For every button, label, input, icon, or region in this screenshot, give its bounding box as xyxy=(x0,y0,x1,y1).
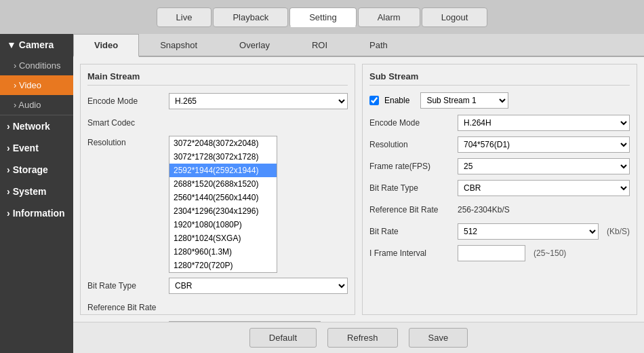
bottom-bar: Default Refresh Save xyxy=(73,322,644,353)
bit-rate-type-select[interactable]: CBR VBR xyxy=(169,278,348,294)
sub-i-frame-interval-label: I Frame Interval xyxy=(369,248,458,258)
arrow-right-icon-net: › xyxy=(7,121,10,132)
content-body: Main Stream Encode Mode H.265 H.264 H.26… xyxy=(73,57,644,322)
default-button[interactable]: Default xyxy=(249,328,317,348)
sub-stream-enable-checkbox[interactable] xyxy=(369,96,379,105)
sub-reference-bit-rate-row: Reference Bit Rate 256-2304Kb/S xyxy=(369,201,630,219)
main-layout: ▼ Camera › Conditions › Video › Audio › … xyxy=(0,34,644,353)
resolution-control: 3072*2048(3072x2048) 3072*1728(3072x1728… xyxy=(169,136,348,273)
sidebar-section-information[interactable]: › Information xyxy=(0,202,73,224)
arrow-right-icon-2: › xyxy=(14,80,16,90)
main-stream-panel: Main Stream Encode Mode H.265 H.264 H.26… xyxy=(80,64,355,315)
res-option-5[interactable]: 2560*1440(2560x1440) xyxy=(169,191,277,204)
sidebar-system-label: System xyxy=(13,186,47,197)
nav-live[interactable]: Live xyxy=(157,7,212,27)
sidebar-section-label: Camera xyxy=(19,39,54,50)
save-button[interactable]: Save xyxy=(409,328,468,348)
sidebar-event-label: Event xyxy=(13,143,39,153)
bit-rate-type-label: Bit Rate Type xyxy=(87,281,169,291)
sidebar-section-event[interactable]: › Event xyxy=(0,137,73,159)
res-option-8[interactable]: 1280*1024(SXGA) xyxy=(169,231,277,245)
sub-i-frame-interval-row: I Frame Interval 50 (25~150) xyxy=(369,244,630,262)
arrow-right-icon-sto: › xyxy=(7,164,10,175)
top-navigation: Live Playback Setting Alarm Logout xyxy=(0,0,644,34)
tab-bar: Video Snapshot Overlay ROI Path xyxy=(73,34,644,57)
sidebar-section-storage[interactable]: › Storage xyxy=(0,159,73,181)
sidebar-item-conditions[interactable]: › Conditions xyxy=(0,56,73,75)
sub-reference-bit-rate-value: 256-2304Kb/S xyxy=(458,205,510,215)
sidebar-item-video[interactable]: › Video xyxy=(0,75,73,95)
resolution-row: Resolution 3072*2048(3072x2048) 3072*172… xyxy=(87,136,348,273)
sub-encode-mode-select[interactable]: H.264H H.265 xyxy=(458,115,630,131)
arrow-right-icon-inf: › xyxy=(7,208,10,219)
sub-encode-mode-label: Encode Mode xyxy=(369,118,458,128)
smart-codec-row: Smart Codec xyxy=(87,114,348,132)
sidebar-information-label: Information xyxy=(13,208,65,219)
reference-bit-rate-label: Reference Bit Rate xyxy=(87,303,169,312)
bit-rate-type-control: CBR VBR xyxy=(169,278,348,294)
arrow-right-icon-3: › xyxy=(14,100,16,110)
sub-stream-enable-label: Enable xyxy=(384,96,409,105)
sub-bit-rate-type-row: Bit Rate Type CBR VBR xyxy=(369,179,630,197)
sub-reference-bit-rate-label: Reference Bit Rate xyxy=(369,205,458,215)
sidebar: ▼ Camera › Conditions › Video › Audio › … xyxy=(0,34,73,353)
sub-frame-rate-label: Frame rate(FPS) xyxy=(369,162,458,171)
encode-mode-control: H.265 H.264 H.264H xyxy=(169,93,348,109)
res-option-2[interactable]: 3072*1728(3072x1728) xyxy=(169,150,277,164)
sub-frame-rate-select[interactable]: 25 15 10 xyxy=(458,158,630,174)
sidebar-storage-label: Storage xyxy=(13,164,48,175)
arrow-down-icon: ▼ xyxy=(7,39,16,50)
tab-overlay[interactable]: Overlay xyxy=(218,34,291,57)
encode-mode-row: Encode Mode H.265 H.264 H.264H xyxy=(87,92,348,110)
sidebar-network-label: Network xyxy=(13,121,50,132)
encode-mode-select[interactable]: H.265 H.264 H.264H xyxy=(169,93,348,109)
sidebar-section-camera[interactable]: ▼ Camera xyxy=(0,34,73,56)
nav-alarm[interactable]: Alarm xyxy=(358,7,420,27)
nav-playback[interactable]: Playback xyxy=(213,7,288,27)
res-option-6[interactable]: 2304*1296(2304x1296) xyxy=(169,204,277,218)
main-stream-title: Main Stream xyxy=(87,71,348,86)
bit-rate-type-row: Bit Rate Type CBR VBR xyxy=(87,277,348,295)
encode-mode-label: Encode Mode xyxy=(87,96,169,106)
sidebar-item-audio[interactable]: › Audio xyxy=(0,95,73,115)
sub-stream-panel: Sub Stream Enable Sub Stream 1 Sub Strea… xyxy=(362,64,637,315)
sub-bit-rate-select[interactable]: 512 1024 xyxy=(458,223,599,240)
nav-logout[interactable]: Logout xyxy=(422,7,488,27)
res-option-9[interactable]: 1280*960(1.3M) xyxy=(169,245,277,259)
smart-codec-label: Smart Codec xyxy=(87,118,169,128)
res-option-7[interactable]: 1920*1080(1080P) xyxy=(169,218,277,231)
sub-stream-enable-row: Enable Sub Stream 1 Sub Stream 2 xyxy=(369,92,630,109)
tab-path[interactable]: Path xyxy=(348,34,409,57)
sidebar-section-system[interactable]: › System xyxy=(0,181,73,202)
sub-resolution-label: Resolution xyxy=(369,140,458,149)
sub-bit-rate-type-select[interactable]: CBR VBR xyxy=(458,180,630,196)
sidebar-section-network[interactable]: › Network xyxy=(0,115,73,137)
sub-i-frame-interval-unit: (25~150) xyxy=(534,248,566,258)
sub-bit-rate-row: Bit Rate 512 1024 (Kb/S) xyxy=(369,223,630,240)
arrow-right-icon-sys: › xyxy=(7,186,10,197)
sub-resolution-select[interactable]: 704*576(D1) 352*288(CIF) xyxy=(458,136,630,153)
tab-snapshot[interactable]: Snapshot xyxy=(139,34,218,57)
res-option-10[interactable]: 1280*720(720P) xyxy=(169,259,277,272)
nav-setting[interactable]: Setting xyxy=(289,7,356,27)
res-option-4[interactable]: 2688*1520(2688x1520) xyxy=(169,177,277,191)
sub-frame-rate-row: Frame rate(FPS) 25 15 10 xyxy=(369,157,630,175)
sub-resolution-row: Resolution 704*576(D1) 352*288(CIF) xyxy=(369,136,630,153)
resolution-dropdown[interactable]: 3072*2048(3072x2048) 3072*1728(3072x1728… xyxy=(169,136,277,273)
sub-bit-rate-type-label: Bit Rate Type xyxy=(369,183,458,193)
sub-i-frame-interval-input[interactable]: 50 xyxy=(458,245,525,261)
res-option-3[interactable]: 2592*1944(2592x1944) xyxy=(169,164,277,177)
content-area: Video Snapshot Overlay ROI Path Main Str… xyxy=(73,34,644,353)
sub-stream-select[interactable]: Sub Stream 1 Sub Stream 2 xyxy=(420,92,508,109)
sub-stream-title: Sub Stream xyxy=(369,71,630,86)
tab-video[interactable]: Video xyxy=(73,34,139,57)
tab-roi[interactable]: ROI xyxy=(291,34,348,57)
resolution-label: Resolution xyxy=(87,136,169,147)
arrow-right-icon-evt: › xyxy=(7,143,10,153)
sub-encode-mode-row: Encode Mode H.264H H.265 xyxy=(369,114,630,132)
refresh-button[interactable]: Refresh xyxy=(327,328,398,348)
reference-bit-rate-row: Reference Bit Rate xyxy=(87,299,348,316)
arrow-right-icon: › xyxy=(14,60,16,71)
sub-bit-rate-unit: (Kb/S) xyxy=(607,227,630,236)
res-option-1[interactable]: 3072*2048(3072x2048) xyxy=(169,136,277,150)
